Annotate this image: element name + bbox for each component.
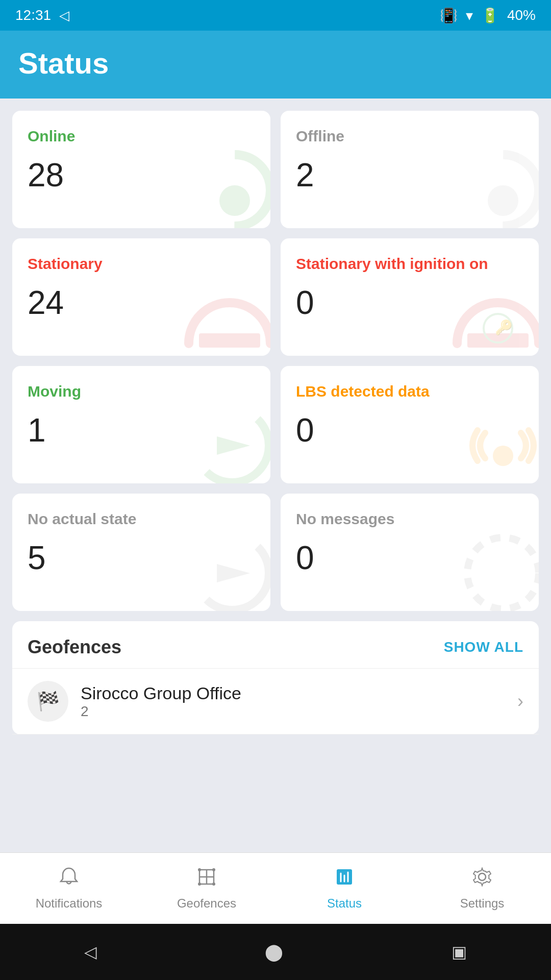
send-icon: ◁: [59, 8, 69, 23]
nav-notifications-label: Notifications: [36, 896, 103, 911]
card-offline[interactable]: Offline 2: [281, 111, 539, 228]
card-stationary-label: Stationary: [28, 254, 255, 274]
back-button[interactable]: ◁: [84, 942, 97, 962]
card-online[interactable]: Online 28: [12, 111, 270, 228]
card-lbs-label: LBS detected data: [296, 381, 523, 401]
battery-percent: 40%: [507, 7, 536, 23]
svg-point-1: [219, 185, 250, 216]
card-stationary-ignition[interactable]: Stationary with ignition on 0 🔑: [281, 238, 539, 356]
stationary-icon: [184, 277, 270, 356]
geofence-item-name: Sirocco Group Office: [81, 683, 505, 703]
status-bar: 12:31 ◁ 📳 ▾ 🔋 40%: [0, 0, 551, 31]
geofence-item-count: 2: [81, 703, 505, 720]
geofence-item-arrow: ›: [517, 691, 523, 712]
nav-item-status[interactable]: Status: [276, 853, 413, 924]
geofence-item[interactable]: 🏁 Sirocco Group Office 2 ›: [12, 669, 539, 734]
svg-point-20: [212, 883, 215, 886]
status-nav-icon: [334, 866, 355, 892]
svg-rect-4: [199, 333, 260, 348]
home-button[interactable]: ⬤: [265, 942, 283, 962]
no-actual-icon: [189, 532, 270, 611]
svg-point-18: [212, 868, 215, 871]
nav-item-notifications[interactable]: Notifications: [0, 853, 138, 924]
geofence-item-icon: 🏁: [28, 681, 68, 722]
moving-icon: [189, 405, 270, 483]
system-nav-bar: ◁ ⬤ ▣: [0, 924, 551, 980]
card-no-messages[interactable]: No messages 0: [281, 494, 539, 611]
card-stationary-ignition-label: Stationary with ignition on: [296, 254, 523, 274]
vibrate-icon: 📳: [440, 7, 458, 24]
nav-item-geofences[interactable]: Geofences: [138, 853, 276, 924]
time: 12:31: [15, 7, 51, 23]
recents-button[interactable]: ▣: [452, 942, 467, 962]
card-offline-label: Offline: [296, 126, 523, 146]
geofences-nav-icon: [196, 866, 217, 892]
card-no-messages-label: No messages: [296, 509, 523, 529]
card-no-actual-label: No actual state: [28, 509, 255, 529]
nav-geofences-label: Geofences: [177, 896, 236, 911]
header: Status: [0, 31, 551, 99]
svg-point-19: [198, 883, 201, 886]
geofences-header: Geofences SHOW ALL: [12, 621, 539, 669]
lbs-icon: [462, 405, 539, 483]
svg-point-17: [198, 868, 201, 871]
status-cards-grid: Online 28 Offline 2 Stationary: [12, 111, 539, 611]
nav-item-settings[interactable]: Settings: [413, 853, 551, 924]
online-icon: [194, 150, 270, 228]
geofences-section: Geofences SHOW ALL 🏁 Sirocco Group Offic…: [12, 621, 539, 734]
svg-point-3: [488, 185, 518, 216]
svg-point-13: [467, 537, 539, 609]
geofence-item-info: Sirocco Group Office 2: [81, 683, 505, 720]
show-all-button[interactable]: SHOW ALL: [444, 639, 523, 655]
gear-icon: [471, 866, 493, 892]
geofences-title: Geofences: [28, 636, 121, 658]
svg-point-10: [493, 446, 513, 466]
bell-icon: [58, 866, 80, 892]
svg-text:🔑: 🔑: [495, 319, 513, 336]
no-messages-icon: [462, 532, 539, 611]
card-lbs[interactable]: LBS detected data 0: [281, 366, 539, 483]
svg-marker-12: [217, 564, 250, 582]
nav-status-label: Status: [327, 896, 362, 911]
svg-rect-5: [467, 333, 529, 348]
card-moving-label: Moving: [28, 381, 255, 401]
nav-settings-label: Settings: [460, 896, 505, 911]
svg-marker-9: [217, 436, 250, 455]
card-no-actual[interactable]: No actual state 5: [12, 494, 270, 611]
page-title: Status: [18, 46, 533, 80]
card-stationary[interactable]: Stationary 24: [12, 238, 270, 356]
card-moving[interactable]: Moving 1: [12, 366, 270, 483]
battery-icon: 🔋: [481, 7, 499, 24]
svg-point-25: [479, 873, 486, 880]
stationary-ignition-icon: 🔑: [452, 277, 539, 356]
offline-icon: [462, 150, 539, 228]
wifi-icon: ▾: [466, 7, 473, 24]
main-content: Online 28 Offline 2 Stationary: [0, 99, 551, 734]
bottom-nav: Notifications Geofences Status: [0, 852, 551, 924]
card-online-label: Online: [28, 126, 255, 146]
